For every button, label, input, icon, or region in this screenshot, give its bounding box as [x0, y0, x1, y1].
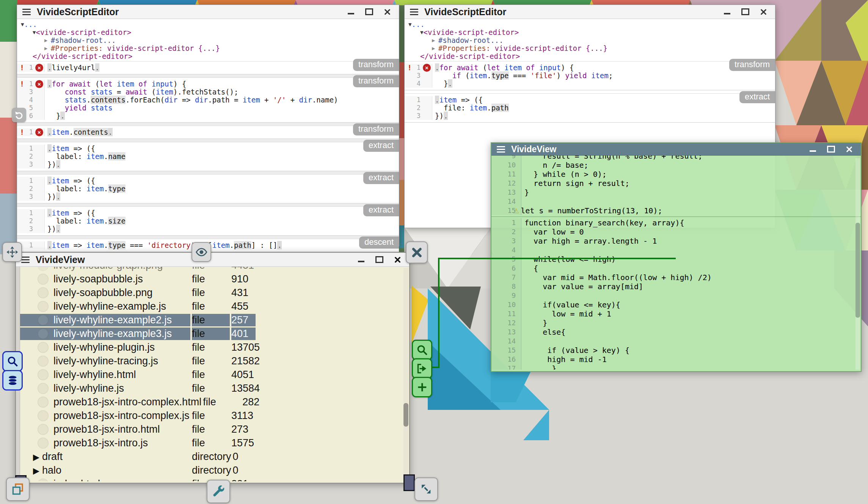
menu-icon[interactable]	[22, 7, 31, 17]
code-line[interactable]: 10 if(value <= key){	[491, 300, 861, 309]
titlebar[interactable]: VivideScriptEditor	[17, 5, 399, 19]
close-button[interactable]	[845, 145, 853, 153]
code-line[interactable]: 13 else{	[491, 328, 861, 337]
file-row[interactable]: lively-module-graph.pngfile4451	[20, 267, 403, 272]
code-line[interactable]: 9 result = String(n % base) + result;	[491, 156, 861, 161]
triangle-right-icon[interactable]: ▶	[33, 451, 39, 463]
code-line[interactable]: 3}).	[405, 112, 775, 120]
code-line[interactable]: 2 file: item.path	[405, 104, 775, 112]
code-line[interactable]: 10 n /= base;	[491, 161, 861, 170]
configure-button[interactable]	[207, 480, 230, 503]
minimize-button[interactable]	[723, 8, 731, 16]
code-line[interactable]: 5 while(low <= high)	[491, 255, 861, 264]
file-row[interactable]: lively-soapbubble.pngfile431	[20, 286, 403, 299]
code-line[interactable]: 11 } while (n > 0);	[491, 170, 861, 179]
search-source-button[interactable]	[2, 351, 23, 372]
code-line[interactable]: 3 if (item.type === 'file') yield item;	[405, 72, 775, 80]
code-line[interactable]: 3}).	[17, 225, 399, 233]
code-line[interactable]: 4 stats.contents.forEach(dir => dir.path…	[17, 96, 399, 104]
code-line[interactable]: 11 low = mid + 1	[491, 309, 861, 318]
dom-tree-line[interactable]: ▶ #Properties: vivide-script-editor {...…	[17, 44, 399, 52]
maximize-button[interactable]	[827, 145, 835, 153]
code-line[interactable]: 14	[491, 337, 861, 346]
maximize-button[interactable]	[375, 255, 383, 264]
close-button[interactable]	[759, 8, 768, 16]
code-line[interactable]: 1.item => ({	[17, 145, 399, 153]
minimize-button[interactable]	[357, 255, 365, 264]
file-row[interactable]: proweb18-jsx-intro.jsfile1575	[20, 436, 403, 450]
script-cell[interactable]: transform!1×.for await (let item of inpu…	[17, 77, 399, 123]
file-row[interactable]: lively-whyline-tracing.jsfile21582	[20, 354, 403, 368]
code-line[interactable]: 2 label: item.size	[17, 217, 399, 225]
close-view-button[interactable]	[406, 241, 428, 263]
minimize-button[interactable]	[808, 145, 817, 153]
script-cell[interactable]: extract1.item => ({2 label: item.type3})…	[17, 174, 399, 203]
menu-icon[interactable]	[497, 145, 505, 154]
code-line[interactable]: 13}	[491, 188, 861, 197]
close-button[interactable]	[383, 8, 391, 16]
maximize-button[interactable]	[741, 8, 749, 16]
code-line[interactable]: !1×.for await (let item of input) {	[405, 64, 775, 72]
scrollbar[interactable]	[855, 158, 860, 370]
code-line[interactable]: 2 label: item.name	[17, 153, 399, 161]
triangle-right-icon[interactable]: ▶	[33, 465, 39, 477]
code-line[interactable]: 3 var high = array.length - 1	[491, 236, 861, 246]
code-line[interactable]: 6 {	[491, 264, 861, 273]
dom-tree-line[interactable]: ▼<vivide-script-editor>	[17, 28, 399, 36]
file-row[interactable]: ▶halodirectory0	[20, 463, 403, 477]
dom-tree-line[interactable]: ▼...	[405, 20, 775, 28]
dom-tree-line[interactable]: ▶ #shadow-root...	[405, 36, 775, 44]
script-cell[interactable]: extract1.item => ({2 file: item.path3}).	[405, 93, 775, 123]
dom-tree-line[interactable]: ▶ #Properties: vivide-script-editor {...…	[405, 44, 775, 52]
script-cell[interactable]: transform!1×.lively4url.	[17, 61, 399, 74]
maximize-button[interactable]	[365, 8, 373, 16]
script-cell[interactable]: extract1.item => ({2 label: item.name3})…	[17, 142, 399, 171]
code-line[interactable]: 14	[491, 197, 861, 206]
code-line[interactable]: 6 }.	[17, 112, 399, 120]
code-cell[interactable]: 1function binary_search(key, array){2 va…	[491, 216, 861, 370]
script-cell[interactable]: transform!1×.for await (let item of inpu…	[405, 61, 775, 90]
code-line[interactable]: 16 high = mid -1	[491, 355, 861, 364]
code-line[interactable]: 5 yield stats	[17, 104, 399, 112]
dom-tree-line[interactable]: </vivide-script-editor>	[17, 52, 399, 60]
file-row[interactable]: lively-whyline-example2.jsfile257	[20, 313, 403, 327]
file-row[interactable]: lively-whyline.htmlfile4051	[20, 368, 403, 381]
code-line[interactable]: 1function binary_search(key, array){	[491, 218, 861, 227]
inspect-view-button[interactable]	[412, 340, 432, 360]
scrollbar-thumb[interactable]	[403, 403, 408, 427]
script-cell[interactable]: transform!1×.item.contents.	[17, 126, 399, 139]
script-cell[interactable]: extract1.item => ({2 label: item.size3})…	[17, 206, 399, 236]
menu-icon[interactable]	[410, 7, 418, 17]
file-row[interactable]: lively-whyline-example.jsfile455	[20, 299, 403, 313]
code-line[interactable]: 3 const stats = await (item).fetchStats(…	[17, 88, 399, 96]
code-line[interactable]: 2 var low = 0	[491, 227, 861, 236]
code-line[interactable]: 3}).	[17, 193, 399, 201]
copy-button[interactable]	[6, 477, 30, 501]
titlebar[interactable]: VivideView	[16, 253, 409, 267]
dom-tree-line[interactable]: </vivide-script-editor>	[405, 52, 775, 60]
data-source-button[interactable]	[2, 370, 23, 391]
file-row[interactable]: proweb18-jsx-intro.htmlfile273	[20, 422, 403, 436]
file-row[interactable]: lively-whyline.jsfile13584	[20, 381, 403, 395]
code-line[interactable]: 4 }.	[405, 80, 775, 88]
resize-button[interactable]	[414, 477, 438, 501]
titlebar[interactable]: VivideView	[491, 143, 861, 156]
code-line[interactable]: 9	[491, 291, 861, 300]
code-line[interactable]: !1×.lively4url.	[17, 64, 399, 72]
dom-tree-line[interactable]: ▼...	[17, 20, 399, 28]
menu-icon[interactable]	[21, 255, 30, 265]
code-line[interactable]: 15⚠let s = numberToString(13, 10);	[491, 206, 861, 215]
dom-tree-line[interactable]: ▼<vivide-script-editor>	[405, 28, 775, 36]
minimize-button[interactable]	[347, 8, 355, 16]
code-line[interactable]: 1.item => ({	[17, 177, 399, 185]
move-window-button[interactable]	[2, 242, 22, 262]
dom-tree-line[interactable]: ▶ #shadow-root...	[17, 36, 399, 44]
undo-button[interactable]	[12, 108, 26, 122]
code-line[interactable]: !1×.item.contents.	[17, 128, 399, 136]
code-line[interactable]: 8 var value = array[mid]	[491, 282, 861, 291]
code-line[interactable]: 12 }	[491, 318, 861, 328]
export-view-button[interactable]	[412, 358, 432, 379]
preview-button[interactable]	[191, 242, 211, 262]
code-line[interactable]: 4	[491, 246, 861, 255]
code-line[interactable]: 1.item => ({	[17, 209, 399, 217]
